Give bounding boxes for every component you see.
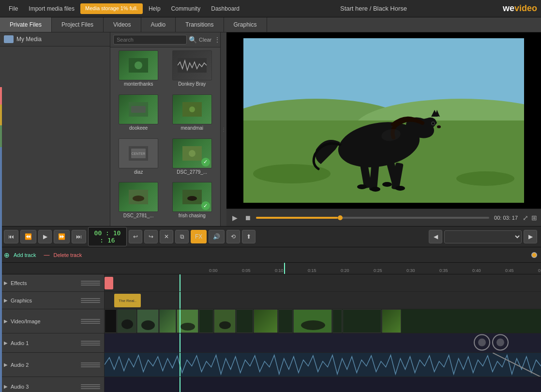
fx-button[interactable]: FX bbox=[191, 230, 207, 243]
track-line-g1 bbox=[81, 298, 100, 299]
menu-dots-icon[interactable]: ⋮ bbox=[214, 36, 220, 43]
video-clip-5[interactable] bbox=[199, 309, 213, 333]
video-clip-10[interactable] bbox=[293, 309, 332, 333]
track-name-audio2: Audio 2 bbox=[11, 362, 29, 368]
add-track-button[interactable]: Add track bbox=[14, 252, 36, 258]
expand-button[interactable]: ⤢ bbox=[523, 214, 528, 222]
track-line-2 bbox=[81, 283, 100, 284]
track-cursor-graphics bbox=[180, 292, 180, 309]
tab-graphics[interactable]: Graphics bbox=[224, 17, 267, 32]
video-clip-1[interactable] bbox=[117, 309, 136, 333]
video-clip-7[interactable] bbox=[236, 309, 253, 333]
timeline-ruler[interactable]: 0:00 0:05 0:10 0:15 0:20 0:25 0:30 0:35 … bbox=[0, 263, 541, 274]
progress-bar[interactable] bbox=[256, 217, 489, 219]
track-play-graphics[interactable]: ▶ bbox=[4, 298, 8, 303]
track-audio1: ▶ Audio 1 bbox=[0, 333, 541, 353]
track-cursor-effects bbox=[180, 274, 180, 291]
track-content-graphics[interactable]: The Real.. bbox=[105, 292, 541, 309]
resize-handle[interactable]: ⋮ bbox=[221, 32, 226, 226]
media-item-3[interactable]: meandmai bbox=[167, 94, 218, 136]
media-item-5[interactable]: DSC_2779_... bbox=[167, 138, 218, 180]
skip-start-button[interactable]: ⏮ bbox=[4, 230, 18, 243]
track-content-effects[interactable] bbox=[105, 274, 541, 291]
thumb-dsc2781 bbox=[119, 182, 158, 212]
media-item-6[interactable]: DSC_2781_... bbox=[113, 182, 164, 223]
video-clip-0[interactable] bbox=[105, 309, 117, 333]
time-code-display: 00 : 10 : 16 bbox=[88, 227, 127, 246]
prev-frame-button[interactable]: ⏪ bbox=[20, 230, 36, 243]
menu-import[interactable]: Import media files bbox=[24, 3, 79, 14]
thumb-dookeee bbox=[119, 94, 158, 124]
close-button[interactable]: ✕ bbox=[160, 230, 173, 243]
media-item-7[interactable]: frish chasing bbox=[167, 182, 218, 223]
track-name-graphics: Graphics bbox=[11, 298, 32, 303]
next-frame-button[interactable]: ⏩ bbox=[54, 230, 70, 243]
tab-private-files[interactable]: Private Files bbox=[0, 17, 52, 32]
video-clip-2[interactable] bbox=[137, 309, 159, 333]
video-clip-8[interactable] bbox=[254, 309, 278, 333]
menu-bar: File Import media files Media storage 1%… bbox=[4, 3, 244, 14]
menu-file[interactable]: File bbox=[4, 3, 23, 14]
track-content-audio3[interactable] bbox=[105, 377, 541, 392]
track-content-video[interactable] bbox=[105, 309, 541, 333]
search-input[interactable] bbox=[113, 35, 187, 45]
ruler-45: 0:45 bbox=[505, 268, 514, 273]
search-button[interactable]: 🔍 bbox=[189, 36, 197, 44]
menu-storage[interactable]: Media storage 1% full. bbox=[80, 3, 143, 14]
track-graphics: ▶ Graphics The Real.. bbox=[0, 292, 541, 309]
tab-videos[interactable]: Videos bbox=[104, 17, 141, 32]
menu-help[interactable]: Help bbox=[144, 3, 165, 14]
track-content-audio2[interactable] bbox=[105, 353, 541, 377]
video-clip-9[interactable] bbox=[278, 309, 293, 333]
play-pause-button[interactable]: ▶ bbox=[38, 230, 52, 243]
media-item-4[interactable]: CENTER diaz bbox=[113, 138, 164, 180]
video-clip-6[interactable] bbox=[214, 309, 236, 333]
play-button[interactable]: ▶ bbox=[230, 213, 240, 223]
media-item-2[interactable]: dookeee bbox=[113, 94, 164, 136]
section-dropdown[interactable] bbox=[444, 230, 522, 243]
media-item-0[interactable]: monterthanks bbox=[113, 50, 164, 91]
tab-project-files[interactable]: Project Files bbox=[52, 17, 104, 32]
ruler-track: 0:00 0:05 0:10 0:15 0:20 0:25 0:30 0:35 … bbox=[209, 273, 541, 274]
prev-section-button[interactable]: ◀ bbox=[429, 230, 442, 243]
skip-end-button[interactable]: ⏭ bbox=[72, 230, 86, 243]
svg-point-21 bbox=[456, 171, 514, 186]
split-button[interactable]: ⧉ bbox=[175, 230, 189, 243]
svg-point-47 bbox=[301, 320, 325, 330]
track-content-audio1[interactable] bbox=[105, 333, 541, 352]
video-clip-11[interactable] bbox=[332, 309, 342, 333]
video-clip-13[interactable] bbox=[382, 309, 401, 333]
track-play-video[interactable]: ▶ bbox=[4, 318, 8, 324]
svg-point-41 bbox=[141, 320, 155, 330]
tab-transitions[interactable]: Transitions bbox=[176, 17, 224, 32]
graphics-clip[interactable]: The Real.. bbox=[114, 294, 141, 307]
delete-track-button[interactable]: Delete track bbox=[53, 252, 82, 258]
track-play-audio3[interactable]: ▶ bbox=[4, 384, 8, 389]
track-lines-audio1 bbox=[81, 341, 100, 346]
menu-community[interactable]: Community bbox=[166, 3, 206, 14]
ruler-15: 0:15 bbox=[308, 268, 316, 273]
video-clip-3[interactable] bbox=[159, 309, 176, 333]
video-clip-12[interactable] bbox=[343, 309, 381, 333]
menu-dashboard[interactable]: Dashboard bbox=[206, 3, 244, 14]
undo-button[interactable]: ↩ bbox=[129, 230, 142, 243]
volume-button[interactable]: 🔊 bbox=[209, 230, 225, 243]
effects-clip[interactable] bbox=[105, 277, 113, 289]
minus-icon: — bbox=[44, 252, 49, 258]
top-bar: File Import media files Media storage 1%… bbox=[0, 0, 541, 17]
track-play-audio2[interactable]: ▶ bbox=[4, 362, 8, 367]
rewind-button[interactable]: ⟲ bbox=[226, 230, 240, 243]
upload-button[interactable]: ⬆ bbox=[242, 230, 255, 243]
next-section-button[interactable]: ▶ bbox=[524, 230, 537, 243]
toolbar: ⏮ ⏪ ▶ ⏩ ⏭ 00 : 10 : 16 ↩ ↪ ✕ ⧉ FX 🔊 ⟲ ⬆ … bbox=[0, 226, 541, 247]
track-play-audio1[interactable]: ▶ bbox=[4, 340, 8, 346]
progress-fill bbox=[256, 217, 338, 219]
svg-point-36 bbox=[437, 125, 441, 128]
stop-button[interactable]: ⏹ bbox=[242, 213, 253, 223]
fullscreen-button[interactable]: ⊞ bbox=[531, 214, 537, 222]
media-item-1[interactable]: Donkey Bray bbox=[167, 50, 218, 91]
tab-audio[interactable]: Audio bbox=[141, 17, 176, 32]
clear-button[interactable]: Clear bbox=[199, 37, 211, 43]
redo-button[interactable]: ↪ bbox=[144, 230, 158, 243]
track-play-effects[interactable]: ▶ bbox=[4, 280, 8, 286]
